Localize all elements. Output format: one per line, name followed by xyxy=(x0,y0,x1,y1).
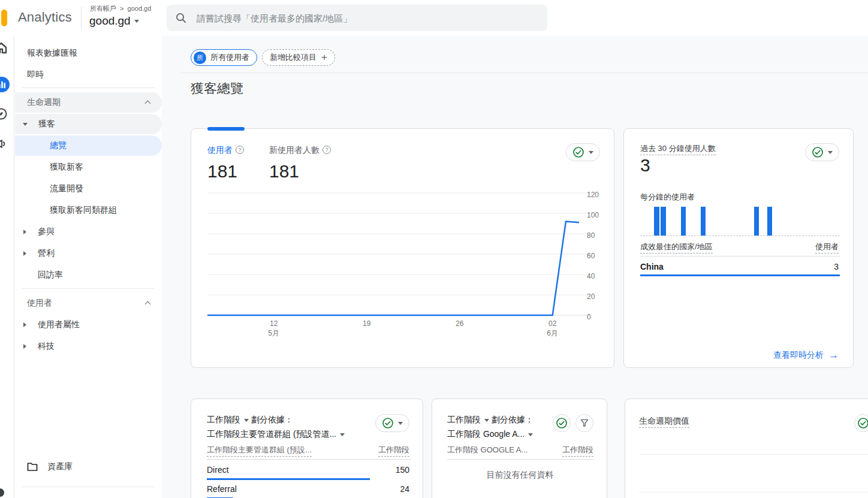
sidebar-item-label: 獲取新客 xyxy=(50,162,83,173)
chevron-down-icon xyxy=(484,419,489,422)
folder-icon xyxy=(27,462,38,472)
country-row-bar xyxy=(640,274,840,276)
sidebar-item-engagement[interactable]: 參與 xyxy=(15,222,162,242)
country-row-value: 3 xyxy=(834,262,839,271)
sidebar-item-label: 報表數據匯報 xyxy=(27,48,77,59)
sidebar-section-label: 使用者 xyxy=(27,298,52,309)
sidebar-item-user-attributes[interactable]: 使用者屬性 xyxy=(15,315,162,335)
property-switcher[interactable]: good.gd xyxy=(89,14,139,28)
sidebar-item-acquisition-cohorts[interactable]: 獲取新客同類群組 xyxy=(15,200,162,221)
channel-row-bar xyxy=(207,478,370,480)
sidebar-divider xyxy=(22,487,155,487)
view-realtime-link[interactable]: 查看即時分析 → xyxy=(773,349,839,361)
check-circle-icon xyxy=(382,417,394,429)
per-minute-label: 每分鐘的使用者 xyxy=(640,192,695,203)
ltv-gridline xyxy=(639,454,868,455)
lifetime-value-card: 生命週期價值 xyxy=(625,399,868,498)
chevron-up-icon xyxy=(145,301,151,307)
sidebar-item-label: 回訪率 xyxy=(38,270,63,280)
table-divider xyxy=(640,256,840,256)
data-quality-pill[interactable] xyxy=(805,143,839,161)
add-comparison-label: 新增比較項目 xyxy=(270,52,317,63)
channel-row-value: 150 xyxy=(396,465,409,475)
sidebar-item-label: 參與 xyxy=(38,227,55,237)
triangle-right-icon xyxy=(23,230,26,234)
google-ads-col-header: 工作階段 GOOGLE A... xyxy=(447,445,528,455)
settings-gear-icon[interactable] xyxy=(0,487,6,498)
advertising-icon[interactable] xyxy=(0,137,8,153)
no-data-message: 目前沒有任何資料 xyxy=(432,470,608,481)
table-divider xyxy=(447,459,594,460)
chevron-down-icon xyxy=(398,422,403,425)
google-ads-title[interactable]: 工作階段 劃分依據： 工作階段 Google A... xyxy=(447,412,534,441)
sidebar-item-tech[interactable]: 科技 xyxy=(15,336,162,357)
sidebar-item-retention[interactable]: 回訪率 xyxy=(15,265,162,285)
ltv-gridline xyxy=(639,492,868,493)
all-users-chip-label: 所有使用者 xyxy=(210,52,249,63)
view-realtime-label: 查看即時分析 xyxy=(773,350,824,361)
data-quality-pill[interactable] xyxy=(375,414,409,432)
reports-icon[interactable] xyxy=(0,77,10,92)
sidebar-item-realtime[interactable]: 即時 xyxy=(15,65,162,85)
left-icon-rail xyxy=(0,36,14,498)
sidebar-item-label: 資產庫 xyxy=(47,461,73,472)
sidebar-item-snapshot[interactable]: 報表數據匯報 xyxy=(15,43,162,64)
sidebar-item-label: 即時 xyxy=(27,70,44,80)
realtime-value: 3 xyxy=(640,155,650,176)
users-col: 使用者 xyxy=(815,242,839,252)
channel-col-header: 工作階段主要管道群組 (預設... xyxy=(207,445,312,455)
sidebar-item-label: 總覽 xyxy=(50,140,67,151)
top-header: Analytics 所有帳戶 > good.gd good.gd xyxy=(0,0,868,36)
check-circle-button[interactable] xyxy=(553,414,571,432)
channel-row-label: Referral xyxy=(207,484,237,494)
realtime-card: 過去 30 分鐘使用人數 3 每分鐘的使用者 成效最佳的國家/地區 使用者 Ch… xyxy=(623,128,854,368)
triangle-right-icon xyxy=(23,251,26,256)
add-comparison-chip[interactable]: 新增比較項目 + xyxy=(262,49,335,66)
triangle-right-icon xyxy=(23,322,26,327)
sidebar-item-label: 營利 xyxy=(38,248,55,259)
main-content: 所 所有使用者 新增比較項目 + 獲客總覽 使用者? 181 新使用者人數? 1… xyxy=(162,36,868,498)
home-icon[interactable] xyxy=(0,41,8,58)
search-bar[interactable] xyxy=(167,5,547,31)
all-users-chip[interactable]: 所 所有使用者 xyxy=(191,49,257,66)
triangle-right-icon xyxy=(23,344,26,349)
check-circle-button[interactable] xyxy=(854,414,868,432)
chevron-up-icon xyxy=(145,101,151,107)
sessions-col-header: 工作階段 xyxy=(378,445,409,455)
sidebar-item-label: 獲取新客同類群組 xyxy=(50,205,117,216)
sessions-channel-title[interactable]: 工作階段 劃分依據： 工作階段主要管道群組 (預設管道... xyxy=(207,412,345,441)
users-line-chart xyxy=(191,129,615,369)
triangle-down-icon xyxy=(23,123,28,126)
sidebar-item-label: 科技 xyxy=(38,341,55,352)
breadcrumb-accounts: 所有帳戶 xyxy=(90,5,116,12)
minute-bar xyxy=(654,207,659,236)
sidebar-item-acquisition[interactable]: 獲客 xyxy=(15,114,162,134)
sidebar-section-lifecycle[interactable]: 生命週期 xyxy=(15,92,162,113)
header-divider xyxy=(81,7,82,29)
sidebar-item-label: 流量開發 xyxy=(50,183,83,194)
sidebar-item-monetization[interactable]: 營利 xyxy=(15,243,162,264)
sidebar-item-traffic-acquisition[interactable]: 流量開發 xyxy=(15,179,162,199)
arrow-right-icon: → xyxy=(828,349,839,361)
sidebar-section-user[interactable]: 使用者 xyxy=(15,293,162,313)
chevron-down-icon xyxy=(828,151,833,154)
page-title: 獲客總覽 xyxy=(191,80,243,98)
sidebar-item-overview[interactable]: 總覽 xyxy=(15,135,162,156)
channel-row-label: Direct xyxy=(207,465,229,475)
plus-icon: + xyxy=(321,52,327,64)
sidebar-divider xyxy=(22,87,155,88)
analytics-app: Analytics 所有帳戶 > good.gd good.gd xyxy=(0,0,868,498)
search-input[interactable] xyxy=(195,13,539,24)
app-name: Analytics xyxy=(18,10,72,25)
ltv-title: 生命週期價值 xyxy=(639,416,689,427)
check-circle-icon xyxy=(812,146,824,158)
explore-icon[interactable] xyxy=(0,107,8,123)
sidebar-item-library[interactable]: 資產庫 xyxy=(15,457,162,477)
sessions-google-ads-card: 工作階段 劃分依據： 工作階段 Google A... 工作階段 GOOGLE … xyxy=(432,399,607,498)
analytics-logo-icon xyxy=(1,10,7,26)
minute-bar xyxy=(754,207,760,236)
filter-funnel-icon[interactable] xyxy=(575,414,593,432)
sidebar-item-user-acquisition[interactable]: 獲取新客 xyxy=(15,157,162,177)
sidebar-section-label: 生命週期 xyxy=(27,97,61,108)
sidebar-item-label: 獲客 xyxy=(38,119,55,129)
